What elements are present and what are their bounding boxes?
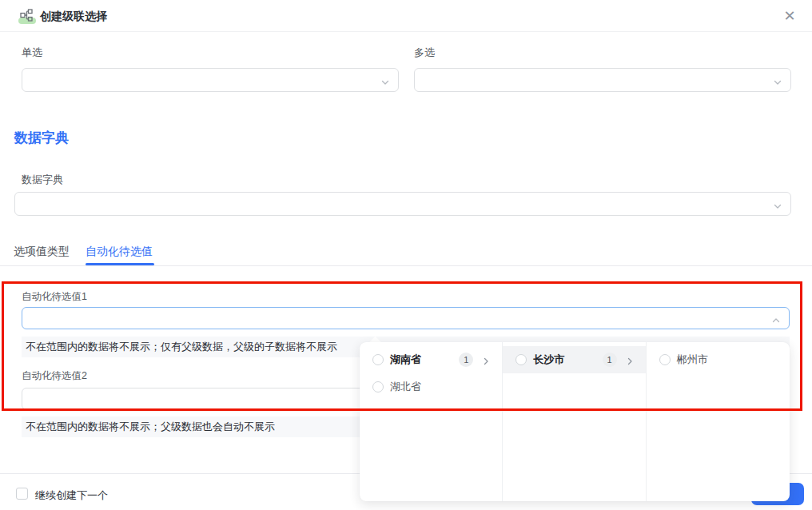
cascade-tree-icon [20,8,36,24]
auto-value-2-label: 自动化待选值2 [22,369,87,383]
single-select-label: 单选 [22,46,42,60]
divider [0,265,812,266]
chevron-right-icon [625,355,635,365]
cascader-option-changsha[interactable]: 长沙市 1 [503,346,645,373]
chevron-right-icon [481,355,491,365]
auto-value-1-label: 自动化待选值1 [22,290,87,304]
auto-value-1-input[interactable] [22,307,790,329]
option-label: 长沙市 [533,353,602,367]
cascader-option-hunan[interactable]: 湖南省 1 [360,346,502,373]
multi-select-label: 多选 [414,46,435,60]
cascader-option-hubei[interactable]: 湖北省 [360,373,502,400]
radio-icon[interactable] [659,354,671,365]
cascader-column-1: 湖南省 1 湖北省 [360,342,503,501]
dict-select[interactable] [14,192,791,216]
chevron-down-icon [380,76,390,86]
radio-icon[interactable] [515,354,527,365]
cascader-column-2: 长沙市 1 [503,342,646,501]
cascader-column-3: 郴州市 [647,342,790,501]
dict-section-heading: 数据字典 [14,129,69,147]
single-select[interactable] [22,68,399,92]
close-icon[interactable]: ✕ [780,6,799,26]
cascader-dropdown-panel: 湖南省 1 湖北省 长沙市 1 [360,342,790,501]
option-label: 湖南省 [390,353,459,367]
chevron-down-icon [773,200,782,209]
dict-select-label: 数据字典 [22,173,63,187]
chevron-up-icon [771,314,781,324]
radio-icon[interactable] [372,354,384,365]
count-badge: 1 [459,353,473,367]
dialog-title: 创建级联选择 [40,10,107,24]
cascader-option-chenzhou[interactable]: 郴州市 [647,346,790,373]
dialog-header: 创建级联选择 ✕ [0,0,812,32]
chevron-down-icon [773,76,782,86]
continue-create-checkbox[interactable] [16,488,28,500]
create-cascade-dialog: 创建级联选择 ✕ 单选 多选 数据字典 数据字典 选项值类型 自动化待选值 自动… [0,0,812,510]
continue-create-label: 继续创建下一个 [35,488,108,503]
option-label: 郴州市 [677,353,778,367]
tab-option-value-type[interactable]: 选项值类型 [14,245,70,259]
count-badge: 1 [603,353,617,367]
tab-auto-candidate-values[interactable]: 自动化待选值 [86,245,153,259]
multi-select[interactable] [414,68,791,92]
option-label: 湖北省 [390,380,491,394]
radio-icon[interactable] [372,381,384,392]
